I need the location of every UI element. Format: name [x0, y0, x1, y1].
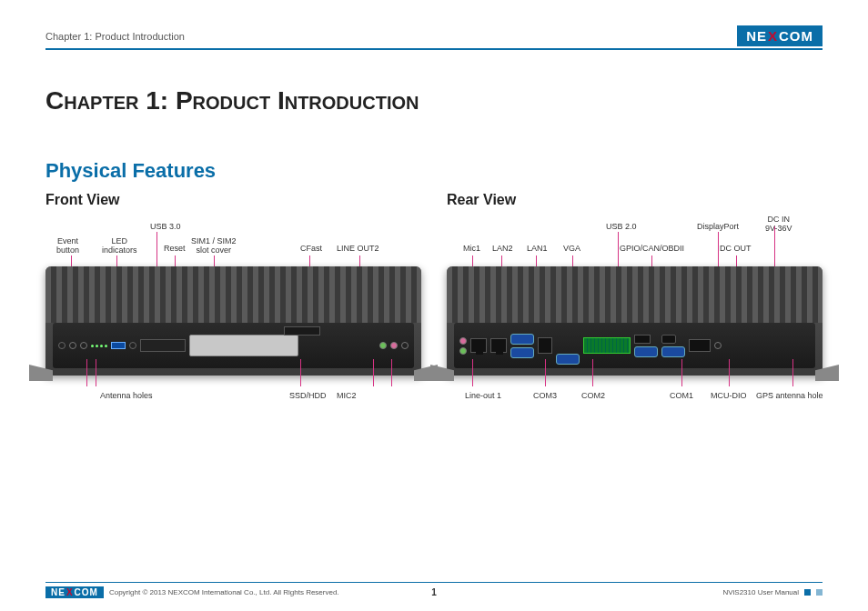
section-title: Physical Features [45, 159, 823, 183]
logo-pre: NE [746, 28, 767, 44]
label-lineout1: Line-out 1 [465, 392, 501, 401]
lan1-port-icon [490, 338, 507, 353]
vga-port-icon [510, 334, 534, 345]
label-usb30: USB 3.0 [150, 223, 181, 232]
footer-copyright: Copyright © 2013 NEXCOM International Co… [109, 588, 339, 596]
antenna-hole-icon [401, 342, 409, 349]
rear-view-title: Rear View [447, 192, 823, 208]
page-title: Chapter 1: Product Introduction [45, 86, 823, 115]
label-cfast: CFast [300, 245, 322, 254]
label-lan2: LAN2 [492, 245, 513, 254]
label-gpio: GPIO/CAN/OBDII [620, 245, 684, 254]
label-com3: COM3 [533, 392, 557, 401]
reset-button-icon [129, 342, 136, 349]
footer: NEXCOM Copyright © 2013 NEXCOM Internati… [45, 582, 823, 598]
label-mcudio: MCU-DIO [711, 392, 747, 401]
footer-square-icon [804, 589, 811, 596]
front-view: Front View Eventbutton LEDindicators USB… [45, 192, 421, 445]
cfast-slot-icon [284, 326, 320, 336]
lineout2-jack-icon [379, 342, 387, 349]
brand-logo: NEXCOM [737, 25, 823, 46]
usb20-ports-icon [538, 337, 552, 354]
led-indicators-icon [91, 345, 107, 347]
label-reset: Reset [164, 245, 186, 254]
displayport-icon [634, 335, 651, 344]
label-com1: COM1 [670, 392, 693, 401]
header-bar: Chapter 1: Product Introduction NEXCOM [45, 25, 823, 50]
antenna-hole-icon [80, 342, 87, 349]
footer-page-number: 1 [431, 587, 437, 597]
footer-doc-name: NViS2310 User Manual [723, 588, 799, 596]
logo-x: X [768, 28, 778, 44]
label-mic2: MIC2 [337, 392, 357, 401]
label-antenna-holes: Antenna holes [100, 392, 153, 401]
com1-port-icon [634, 346, 658, 357]
label-com2: COM2 [581, 392, 605, 401]
rear-view: Rear View Mic1 LAN2 LAN1 VGA USB 2.0 GPI… [447, 192, 823, 445]
label-led-indicators: LEDindicators [102, 237, 137, 255]
ssd-hdd-bay-icon [189, 335, 298, 356]
label-event-button: Eventbutton [56, 237, 79, 255]
chapter-label: Chapter 1: Product Introduction [45, 31, 185, 42]
com3-port-icon [510, 347, 534, 358]
label-vga: VGA [563, 245, 580, 254]
logo-post: COM [779, 28, 813, 44]
footer-logo: NEXCOM [45, 586, 104, 598]
lan2-port-icon [470, 338, 487, 353]
mic1-jack-icon [459, 337, 467, 345]
label-usb20: USB 2.0 [606, 223, 637, 232]
com2-port-icon [556, 354, 580, 365]
rear-device-illustration [447, 266, 823, 376]
dcout-port-icon [661, 335, 676, 344]
front-view-title: Front View [45, 192, 421, 208]
footer-square-icon [816, 589, 823, 596]
label-mic1: Mic1 [463, 245, 480, 254]
label-displayport: DisplayPort [697, 223, 739, 232]
event-button-icon [58, 342, 66, 349]
label-sim-cover: SIM1 / SIM2slot cover [191, 237, 237, 255]
label-ssd-hdd: SSD/HDD [289, 392, 327, 401]
sim-slot-cover-icon [140, 339, 186, 352]
lineout1-jack-icon [459, 347, 467, 355]
label-lan1: LAN1 [527, 245, 548, 254]
label-dcin: DC IN9V-36V [765, 215, 792, 234]
mcu-dio-port-icon [661, 346, 685, 357]
front-device-illustration [45, 266, 421, 376]
label-lineout2: LINE OUT2 [337, 245, 379, 254]
mic2-jack-icon [390, 342, 398, 349]
label-gps: GPS antenna hole [756, 392, 823, 401]
usb30-port-icon [111, 342, 126, 349]
antenna-hole-icon [69, 342, 76, 349]
gpio-terminal-icon [583, 337, 631, 354]
dcin-port-icon [689, 339, 711, 352]
label-dcout: DC OUT [720, 245, 752, 254]
gps-antenna-hole-icon [714, 342, 722, 349]
